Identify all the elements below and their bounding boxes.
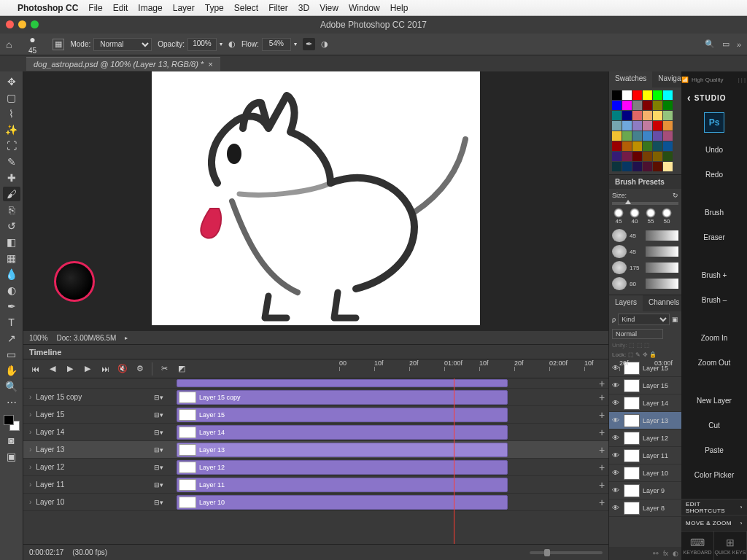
- timeline-track[interactable]: ›Layer 11⊟▾Layer 11+: [23, 476, 608, 494]
- add-track-button[interactable]: +: [595, 392, 608, 403]
- shortcut-zoom-out[interactable]: Zoom Out: [681, 350, 747, 375]
- audio-mute-button[interactable]: 🔇: [117, 363, 128, 375]
- go-last-frame-button[interactable]: ⏭: [99, 363, 111, 375]
- shortcut-paste[interactable]: Paste: [681, 438, 747, 462]
- shortcut-color-picker[interactable]: Color Picker: [681, 462, 747, 487]
- swatch[interactable]: [663, 131, 673, 141]
- timeline-track[interactable]: ›Layer 14⊟▾Layer 14+: [23, 424, 608, 441]
- swatch[interactable]: [632, 152, 642, 161]
- swatch[interactable]: [643, 90, 652, 100]
- brush-stroke-preset[interactable]: 45: [612, 244, 678, 260]
- swatch[interactable]: [632, 121, 642, 131]
- zoom-level[interactable]: 100%: [29, 334, 48, 342]
- swatch[interactable]: [643, 121, 652, 131]
- swatch[interactable]: [643, 131, 652, 141]
- swatch[interactable]: [622, 152, 632, 161]
- shortcut-undo[interactable]: Undo: [681, 137, 747, 162]
- brush-preset[interactable]: 50: [660, 208, 673, 225]
- layer-row[interactable]: 👁Layer 12: [609, 429, 681, 447]
- photoshop-app-icon[interactable]: Ps: [704, 112, 724, 133]
- swatch[interactable]: [643, 141, 652, 151]
- app-menu[interactable]: Photoshop CC: [18, 3, 78, 13]
- add-track-button[interactable]: +: [595, 409, 608, 421]
- menu-view[interactable]: View: [320, 3, 338, 13]
- pen-tool[interactable]: ✒: [3, 299, 20, 314]
- home-icon[interactable]: ⌂: [6, 39, 12, 50]
- fg-bg-color[interactable]: [3, 414, 20, 432]
- swatch[interactable]: [622, 141, 632, 151]
- play-button[interactable]: ▶: [64, 363, 76, 375]
- move-tool[interactable]: ✥: [3, 74, 20, 89]
- menu-type[interactable]: Type: [205, 3, 224, 13]
- swatch[interactable]: [653, 121, 662, 131]
- brush-preset[interactable]: 45: [612, 208, 625, 225]
- layer-row[interactable]: 👁Layer 14: [609, 394, 681, 412]
- airbrush-icon[interactable]: ✒: [303, 38, 315, 50]
- fullscreen-window-button[interactable]: [31, 20, 39, 28]
- swatch[interactable]: [632, 111, 642, 120]
- menu-window[interactable]: Window: [349, 3, 380, 13]
- search-icon[interactable]: 🔍: [705, 39, 715, 49]
- studio-back-button[interactable]: STUDIO: [681, 88, 747, 108]
- swatch[interactable]: [663, 162, 673, 171]
- swatch[interactable]: [622, 162, 632, 171]
- workspace-icon[interactable]: ▭: [722, 39, 729, 49]
- swatch[interactable]: [663, 141, 673, 151]
- brush-preset[interactable]: 40: [628, 208, 641, 225]
- swatches-tab[interactable]: Swatches: [609, 71, 652, 88]
- opacity-field[interactable]: 100%: [187, 38, 217, 51]
- add-track-button[interactable]: +: [595, 427, 608, 438]
- swatch[interactable]: [653, 152, 662, 161]
- brush-preset[interactable]: 55: [644, 208, 657, 225]
- eyedropper-tool[interactable]: ✎: [3, 155, 20, 169]
- timeline-settings-button[interactable]: ⚙: [134, 363, 146, 375]
- marquee-tool[interactable]: ▢: [3, 90, 20, 105]
- brush-stroke-preset[interactable]: 175: [612, 260, 678, 276]
- lasso-tool[interactable]: ⌇: [3, 106, 20, 121]
- layer-filter-dropdown[interactable]: Kind: [618, 314, 670, 325]
- add-track-button[interactable]: +: [595, 462, 608, 473]
- path-tool[interactable]: ↗: [3, 331, 20, 346]
- layer-row[interactable]: 👁Layer 11: [609, 447, 681, 464]
- swatch[interactable]: [632, 101, 642, 110]
- visibility-icon[interactable]: 👁: [612, 381, 621, 389]
- swatch[interactable]: [653, 90, 662, 100]
- shortcut-redo[interactable]: Redo: [681, 162, 747, 187]
- channels-tab[interactable]: Channels: [643, 295, 685, 311]
- menu-file[interactable]: File: [88, 3, 102, 13]
- visibility-icon[interactable]: 👁: [612, 504, 621, 512]
- swatch[interactable]: [643, 162, 652, 171]
- timeline-track[interactable]: ›Layer 12⊟▾Layer 12+: [23, 459, 608, 476]
- edit-shortcuts-button[interactable]: EDIT SHORTCUTS›: [681, 499, 747, 515]
- swatch[interactable]: [643, 111, 652, 120]
- layer-row[interactable]: 👁Layer 10: [609, 464, 681, 482]
- timecode[interactable]: 0:00:02:17: [29, 548, 63, 556]
- screen-mode-icon[interactable]: ▣: [3, 449, 20, 464]
- layer-row[interactable]: 👁Layer 13: [609, 412, 681, 429]
- swatch[interactable]: [632, 90, 642, 100]
- shape-tool[interactable]: ▭: [3, 347, 20, 362]
- brush-stroke-preset[interactable]: 80: [612, 276, 678, 292]
- add-track-button[interactable]: +: [595, 444, 608, 456]
- crop-tool[interactable]: ⛶: [3, 139, 20, 153]
- pressure-opacity-icon[interactable]: ◐: [228, 39, 236, 49]
- flow-field[interactable]: 54%: [262, 38, 291, 51]
- dodge-tool[interactable]: ◐: [3, 283, 20, 298]
- timeline-track[interactable]: ›Layer 13⊟▾Layer 13+: [23, 441, 608, 459]
- swatch[interactable]: [622, 131, 632, 141]
- swatch[interactable]: [632, 131, 642, 141]
- menu-3d[interactable]: 3D: [298, 3, 309, 13]
- edit-toolbar-icon[interactable]: ⋯: [3, 395, 20, 410]
- hand-tool[interactable]: ✋: [3, 363, 20, 378]
- menu-edit[interactable]: Edit: [113, 3, 128, 13]
- fps-display[interactable]: (30.00 fps): [72, 548, 107, 556]
- transition-button[interactable]: ◩: [176, 363, 187, 375]
- shortcut-brush[interactable]: Brush: [681, 200, 747, 225]
- layers-tab[interactable]: Layers: [609, 295, 643, 311]
- layer-row[interactable]: 👁Layer 8: [609, 499, 681, 517]
- timeline-track[interactable]: ›Layer 15 copy⊟▾Layer 15 copy+: [23, 389, 608, 406]
- history-brush-tool[interactable]: ↺: [3, 219, 20, 233]
- swatch[interactable]: [612, 101, 622, 110]
- keyboard-button[interactable]: ⌨KEYBOARD: [681, 532, 714, 560]
- shortcut-brush-[interactable]: Brush –: [681, 287, 747, 312]
